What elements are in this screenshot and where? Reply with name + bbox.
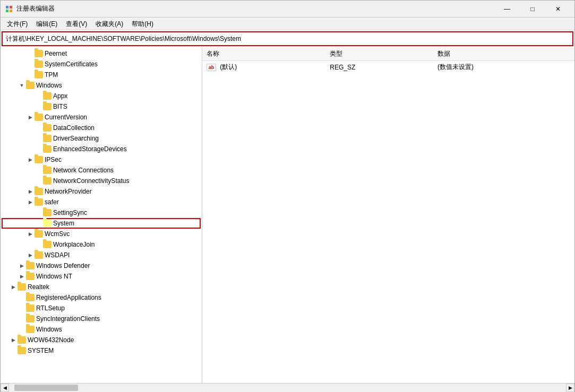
expander-registeredapps <box>18 293 26 302</box>
tree-label-ipsec: IPSec <box>45 156 62 163</box>
tree-item-system2[interactable]: SYSTEM <box>1 345 202 356</box>
folder-icon-windows <box>26 82 35 89</box>
tree-label-currentversion: CurrentVersion <box>45 114 87 121</box>
registry-editor-window: 注册表编辑器 — □ ✕ 文件(F) 编辑(E) 查看(V) 收藏夹(A) 帮助… <box>0 0 575 392</box>
col-name[interactable]: 名称 <box>202 47 325 61</box>
expander-wcmsvc: ▶ <box>26 230 35 238</box>
tree-item-wsdapi[interactable]: ▶ WSDAPI <box>1 250 202 260</box>
table-row[interactable]: ab (默认) REG_SZ (数值未设置) <box>202 61 574 74</box>
expander-bits <box>35 102 43 111</box>
tree-item-datacollection[interactable]: DataCollection <box>1 123 202 133</box>
svg-rect-2 <box>6 10 8 12</box>
tree-item-currentversion[interactable]: ▶ CurrentVersion <box>1 112 202 123</box>
tree-item-settingsync[interactable]: SettingSync <box>1 207 202 218</box>
tree-item-windows[interactable]: ▼ Windows <box>1 80 202 91</box>
tree-item-safer[interactable]: ▶ safer <box>1 197 202 207</box>
tree-item-networkconnections[interactable]: Network Connections <box>1 165 202 176</box>
folder-icon-appx <box>43 92 52 100</box>
scroll-right-arrow[interactable]: ▶ <box>566 384 574 392</box>
minimize-button[interactable]: — <box>495 4 519 14</box>
tree-item-syncintegration[interactable]: SyncIntegrationClients <box>1 313 202 324</box>
tree-label-workplacejoin: WorkplaceJoin <box>53 241 95 248</box>
tree-item-enhancedstorage[interactable]: EnhancedStorageDevices <box>1 144 202 154</box>
tree-item-driversearching[interactable]: DriverSearching <box>1 133 202 144</box>
folder-icon-settingsync <box>43 209 52 216</box>
tree-item-systemcerts[interactable]: SystemCertificates <box>1 59 202 69</box>
row-name: ab (默认) <box>202 61 325 74</box>
tree-item-system[interactable]: System <box>2 218 201 229</box>
tree-item-windowsroot[interactable]: Windows <box>1 324 202 335</box>
folder-icon-safer <box>35 198 43 206</box>
tree-label-wcmsvc: WcmSvc <box>45 230 70 238</box>
tree-item-windowsnt[interactable]: ▶ Windows NT <box>1 271 202 282</box>
expander-windows: ▼ <box>18 81 26 90</box>
tree-item-rtlsetup[interactable]: RTLSetup <box>1 303 202 313</box>
tree-pane[interactable]: Peernet SystemCertificates TPM ▼ <box>1 47 202 383</box>
tree-item-peernet[interactable]: Peernet <box>1 48 202 59</box>
folder-icon-tpm <box>35 71 43 79</box>
folder-icon-rtlsetup <box>26 304 35 312</box>
tree-item-appx[interactable]: Appx <box>1 91 202 101</box>
folder-icon-realtek <box>18 283 26 291</box>
scroll-track[interactable] <box>9 384 566 392</box>
folder-icon-windowsdefender <box>26 262 35 269</box>
tree-item-networkconnectivity[interactable]: NetworkConnectivityStatus <box>1 176 202 186</box>
folder-icon-system <box>43 220 52 227</box>
menu-file[interactable]: 文件(F) <box>3 19 32 29</box>
close-button[interactable]: ✕ <box>546 4 570 14</box>
tree-item-bits[interactable]: BITS <box>1 101 202 112</box>
title-bar: 注册表编辑器 — □ ✕ <box>1 1 574 18</box>
tree-item-realtek[interactable]: ▶ Realtek <box>1 282 202 292</box>
expander-rtlsetup <box>18 304 26 312</box>
menu-bar: 文件(F) 编辑(E) 查看(V) 收藏夹(A) 帮助(H) <box>1 18 574 30</box>
folder-icon-windowsroot <box>26 326 35 333</box>
tree-label-enhancedstorage: EnhancedStorageDevices <box>53 145 127 153</box>
col-type[interactable]: 类型 <box>325 47 433 61</box>
tree-label-networkconnectivity: NetworkConnectivityStatus <box>53 177 129 185</box>
address-bar[interactable]: 计算机\HKEY_LOCAL_MACHINE\SOFTWARE\Policies… <box>2 31 573 46</box>
tree-label-windowsdefender: Windows Defender <box>36 262 90 269</box>
tree-item-registeredapps[interactable]: RegisteredApplications <box>1 292 202 303</box>
expander-driversearching <box>35 134 43 143</box>
folder-icon-wcmsvc <box>35 230 43 238</box>
expander-safer: ▶ <box>26 198 35 206</box>
tree-label-system2: SYSTEM <box>28 347 54 354</box>
folder-icon-networkprovider <box>35 188 43 195</box>
main-content: Peernet SystemCertificates TPM ▼ <box>1 47 574 383</box>
tree-item-windowsdefender[interactable]: ▶ Windows Defender <box>1 260 202 271</box>
tree-item-wcmsvc[interactable]: ▶ WcmSvc <box>1 229 202 239</box>
expander-peernet <box>26 49 35 58</box>
tree-item-networkprovider[interactable]: ▶ NetworkProvider <box>1 186 202 197</box>
tree-label-system: System <box>53 220 74 227</box>
folder-icon-windowsnt <box>26 273 35 280</box>
folder-icon-datacollection <box>43 124 52 132</box>
tree-label-appx: Appx <box>53 92 67 100</box>
scroll-left-arrow[interactable]: ◀ <box>1 384 9 392</box>
menu-favorites[interactable]: 收藏夹(A) <box>91 19 127 29</box>
tree-label-wow6432node: WOW6432Node <box>28 336 74 344</box>
expander-wsdapi: ▶ <box>26 251 35 259</box>
tree-item-ipsec[interactable]: ▶ IPSec <box>1 154 202 165</box>
expander-realtek: ▶ <box>9 283 18 291</box>
expander-enhancedstorage <box>35 145 43 153</box>
col-data[interactable]: 数据 <box>433 47 574 61</box>
folder-icon-ipsec <box>35 156 43 163</box>
folder-icon-syncintegration <box>26 315 35 323</box>
row-type: REG_SZ <box>325 61 433 74</box>
tree-item-tpm[interactable]: TPM <box>1 69 202 80</box>
tree-label-systemcerts: SystemCertificates <box>45 60 98 68</box>
horizontal-scrollbar[interactable]: ◀ ▶ <box>1 383 574 391</box>
ab-icon: ab <box>207 64 216 71</box>
menu-view[interactable]: 查看(V) <box>62 19 91 29</box>
maximize-button[interactable]: □ <box>520 4 545 14</box>
expander-windowsroot <box>18 325 26 334</box>
expander-windowsnt: ▶ <box>18 272 26 281</box>
row-data: (数值未设置) <box>433 61 574 74</box>
tree-item-wow6432node[interactable]: ▶ WOW6432Node <box>1 335 202 345</box>
menu-help[interactable]: 帮助(H) <box>127 19 158 29</box>
expander-settingsync <box>35 208 43 217</box>
folder-icon-enhancedstorage <box>43 145 52 153</box>
scroll-thumb[interactable] <box>14 385 78 391</box>
menu-edit[interactable]: 编辑(E) <box>32 19 62 29</box>
tree-item-workplacejoin[interactable]: WorkplaceJoin <box>1 239 202 250</box>
